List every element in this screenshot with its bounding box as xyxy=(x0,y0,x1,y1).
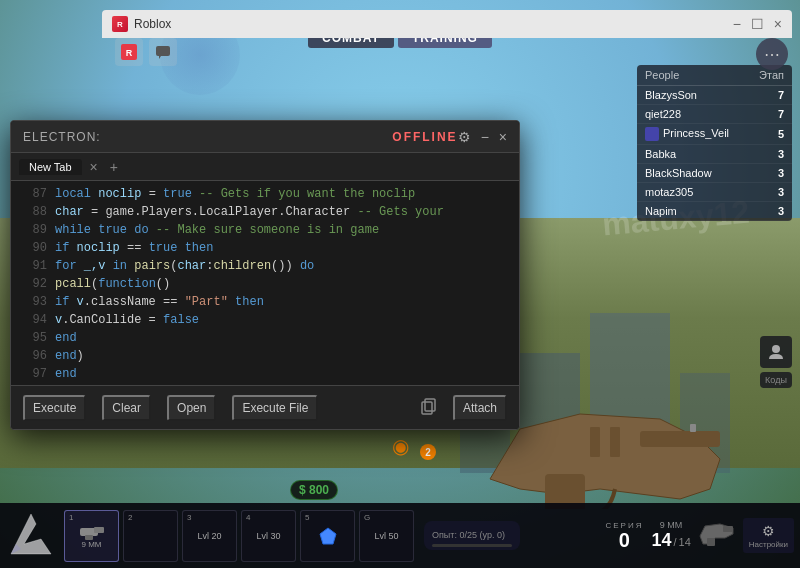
settings-label-hud: Настройки xyxy=(749,540,788,549)
player-name-2: qiet228 xyxy=(645,108,681,120)
xp-bar-wrapper: Опыт: 0/25 (ур. 0) xyxy=(424,521,520,550)
window-title-text: Roblox xyxy=(134,17,733,31)
series-value: 0 xyxy=(619,530,630,550)
orange-number-badge: 2 xyxy=(420,444,436,460)
close-window-btn[interactable]: × xyxy=(774,16,782,32)
svg-rect-2 xyxy=(590,427,600,457)
roblox-logo-area: R xyxy=(115,38,177,66)
maximize-btn[interactable]: ☐ xyxy=(751,16,764,32)
player-name-4: Babka xyxy=(645,148,676,160)
xp-area: Опыт: 0/25 (ур. 0) xyxy=(424,521,520,550)
leaderboard-row: Napim 3 xyxy=(637,202,792,221)
electron-settings-btn[interactable]: ⚙ xyxy=(458,130,471,144)
leaderboard-row: Princess_Veil 5 xyxy=(637,124,792,145)
code-line-91: 91 for _,v in pairs(char:children()) do xyxy=(11,257,519,275)
codes-btn[interactable]: Коды xyxy=(760,372,792,388)
electron-footer: Execute Clear Open Execute File Attach xyxy=(11,385,519,429)
three-dots-menu-btn[interactable]: ⋯ xyxy=(756,38,788,70)
code-line-94: 94 v.CanCollide = false xyxy=(11,311,519,329)
leaderboard: People Этап BlazysSon 7 qiet228 7 Prince… xyxy=(637,65,792,221)
code-editor[interactable]: 87 local noclip = true -- Gets if you wa… xyxy=(11,181,519,385)
player-score-6: 3 xyxy=(778,186,784,198)
xp-bar-bg xyxy=(432,544,512,547)
weapon-slot-1[interactable]: 1 9 ММ xyxy=(64,510,119,562)
svg-rect-3 xyxy=(610,427,620,457)
settings-btn-hud[interactable]: ⚙ Настройки xyxy=(743,518,794,553)
code-line-96: 96 end) xyxy=(11,347,519,365)
ammo-current: 14 xyxy=(651,530,671,551)
open-btn[interactable]: Open xyxy=(167,395,216,421)
svg-rect-12 xyxy=(94,527,104,533)
roblox-chat-btn[interactable] xyxy=(149,38,177,66)
codes-label: Коды xyxy=(765,375,787,385)
player-score-5: 3 xyxy=(778,167,784,179)
leaderboard-row: motaz305 3 xyxy=(637,183,792,202)
series-display: СЕРИЯ 0 xyxy=(605,521,643,550)
code-line-89: 89 while true do -- Make sure someone is… xyxy=(11,221,519,239)
electron-status: OFFLINE xyxy=(392,130,457,144)
bottom-hud: 1 9 ММ 2 3 Lvl 20 4 Lvl 30 5 G Lvl 50 Оп… xyxy=(0,503,800,568)
electron-controls: ⚙ − × xyxy=(458,130,507,144)
crosshair-dot: ◉ xyxy=(392,434,409,458)
svg-rect-10 xyxy=(425,399,435,411)
execute-file-btn[interactable]: Execute File xyxy=(232,395,318,421)
attach-btn[interactable]: Attach xyxy=(453,395,507,421)
player-name-5: BlackShadow xyxy=(645,167,712,179)
player-score-4: 3 xyxy=(778,148,784,160)
leaderboard-row: BlazysSon 7 xyxy=(637,86,792,105)
roblox-window-icon: R xyxy=(112,16,128,32)
electron-panel: ELECTRON: OFFLINE ⚙ − × New Tab × + 87 l… xyxy=(10,120,520,430)
execute-btn[interactable]: Execute xyxy=(23,395,86,421)
leaderboard-row: BlackShadow 3 xyxy=(637,164,792,183)
electron-titlebar: ELECTRON: OFFLINE ⚙ − × xyxy=(11,121,519,153)
ammo-display: 9 ММ 14 / 14 xyxy=(651,520,690,551)
svg-rect-15 xyxy=(723,526,733,532)
weapon-slot-2[interactable]: 2 xyxy=(123,510,178,562)
leaderboard-row: qiet228 7 xyxy=(637,105,792,124)
leaderboard-col-score: Этап xyxy=(759,69,784,81)
minimize-btn[interactable]: − xyxy=(733,16,741,32)
electron-close-btn[interactable]: × xyxy=(499,130,507,144)
leaderboard-row: Babka 3 xyxy=(637,145,792,164)
side-icon-1[interactable] xyxy=(760,336,792,368)
electron-minimize-btn[interactable]: − xyxy=(481,130,489,144)
clear-btn[interactable]: Clear xyxy=(102,395,151,421)
ammo-separator: / xyxy=(673,536,676,548)
player-score-3: 5 xyxy=(778,128,784,140)
window-titlebar: R Roblox − ☐ × xyxy=(102,10,792,38)
leaderboard-col-people: People xyxy=(645,69,679,81)
player-name-6: motaz305 xyxy=(645,186,693,198)
svg-marker-14 xyxy=(320,528,336,544)
player-score-1: 7 xyxy=(778,89,784,101)
svg-rect-16 xyxy=(707,538,715,546)
code-line-97: 97 end xyxy=(11,365,519,383)
player-name-1: BlazysSon xyxy=(645,89,697,101)
code-line-93: 93 if v.className == "Part" then xyxy=(11,293,519,311)
weapon-slot-4[interactable]: 4 Lvl 30 xyxy=(241,510,296,562)
svg-rect-4 xyxy=(690,424,696,432)
electron-tabbar: New Tab × + xyxy=(11,153,519,181)
code-line-92: 92 pcall(function() xyxy=(11,275,519,293)
roblox-menu-btn[interactable]: R xyxy=(115,38,143,66)
knife-icon-area xyxy=(0,509,62,563)
svg-point-17 xyxy=(772,345,780,353)
weapon-slot-G[interactable]: G Lvl 50 xyxy=(359,510,414,562)
add-tab-btn[interactable]: + xyxy=(106,159,122,175)
weapon-slot-5[interactable]: 5 xyxy=(300,510,355,562)
window-controls: − ☐ × xyxy=(733,16,782,32)
player-score-2: 7 xyxy=(778,108,784,120)
copy-icon-btn[interactable] xyxy=(419,397,437,419)
money-value: $ 800 xyxy=(299,483,329,497)
code-line-95: 95 end xyxy=(11,329,519,347)
svg-rect-7 xyxy=(156,46,170,56)
editor-tab-new[interactable]: New Tab xyxy=(19,159,82,175)
electron-title-label: ELECTRON: xyxy=(23,130,392,144)
xp-text: Опыт: 0/25 (ур. 0) xyxy=(432,530,505,540)
weapon-slot-3[interactable]: 3 Lvl 20 xyxy=(182,510,237,562)
new-tab-btn[interactable]: × xyxy=(86,159,102,175)
svg-rect-0 xyxy=(640,431,720,447)
ammo-type-label: 9 ММ xyxy=(660,520,683,530)
code-line-90: 90 if noclip == true then xyxy=(11,239,519,257)
code-line-88: 88 char = game.Players.LocalPlayer.Chara… xyxy=(11,203,519,221)
money-display: $ 800 xyxy=(290,480,338,500)
